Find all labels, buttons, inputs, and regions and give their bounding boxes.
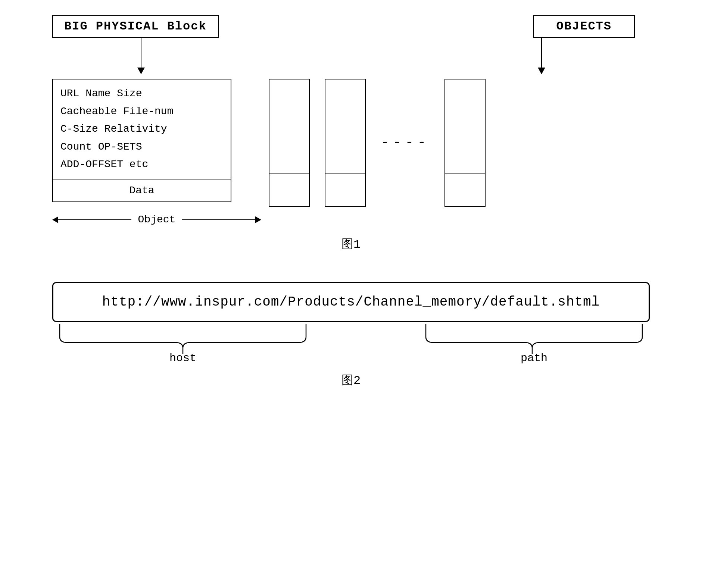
info-line-1: URL Name Size bbox=[60, 85, 223, 103]
url-box: http://www.inspur.com/Products/Channel_m… bbox=[52, 282, 650, 322]
figure1: BIG PHYSICAL Block OBJECTS URL Name Size… bbox=[22, 15, 680, 252]
fig1-arrows-area bbox=[22, 38, 680, 79]
object-label: Object bbox=[131, 214, 182, 225]
obj-column-1 bbox=[269, 79, 310, 207]
fig1-object-columns: ---- bbox=[254, 79, 486, 207]
info-line-3: C-Size Relativity bbox=[60, 120, 223, 138]
arrow-horizontal-line bbox=[58, 219, 131, 220]
brace-row: host path bbox=[22, 322, 680, 365]
obj-col-1-lower bbox=[269, 173, 309, 206]
info-line-5: ADD-OFFSET etc bbox=[60, 156, 223, 173]
obj-col-2-lower bbox=[325, 173, 365, 206]
arrow-left-icon bbox=[52, 216, 58, 223]
fig1-top-row: BIG PHYSICAL Block OBJECTS bbox=[22, 15, 680, 38]
info-box-data: Data bbox=[53, 179, 231, 201]
host-brace-svg bbox=[52, 322, 313, 356]
arrowhead-down-right-icon bbox=[538, 68, 545, 74]
arrow-right-icon bbox=[255, 216, 261, 223]
info-box-header: URL Name Size Cacheable File-num C-Size … bbox=[53, 79, 231, 179]
big-physical-block-label: BIG PHYSICAL Block bbox=[52, 15, 219, 38]
dots-separator: ---- bbox=[381, 79, 430, 206]
obj-column-2 bbox=[325, 79, 366, 207]
info-line-2: Cacheable File-num bbox=[60, 103, 223, 121]
host-brace-section: host bbox=[52, 322, 313, 365]
info-line-4: Count OP-SETS bbox=[60, 138, 223, 156]
fig2-caption: 图2 bbox=[22, 372, 680, 388]
figure2: http://www.inspur.com/Products/Channel_m… bbox=[22, 282, 680, 388]
fig1-main-content: URL Name Size Cacheable File-num C-Size … bbox=[22, 79, 680, 207]
obj-col-3-upper bbox=[445, 79, 485, 173]
obj-column-3 bbox=[444, 79, 486, 207]
obj-col-1-upper bbox=[269, 79, 309, 173]
arrow-vline bbox=[141, 38, 141, 68]
path-brace-svg bbox=[418, 322, 650, 356]
objects-label: OBJECTS bbox=[533, 15, 635, 38]
path-brace-section: path bbox=[418, 322, 650, 365]
arrow-big-to-info bbox=[137, 38, 145, 74]
double-headed-arrow: Object bbox=[52, 214, 261, 225]
object-arrow-label-row: Object bbox=[22, 207, 680, 232]
arrow-vline-right bbox=[541, 38, 542, 68]
info-box: URL Name Size Cacheable File-num C-Size … bbox=[52, 79, 231, 202]
path-label: path bbox=[521, 352, 547, 365]
obj-col-2-upper bbox=[325, 79, 365, 173]
fig1-caption: 图1 bbox=[22, 236, 680, 252]
arrow-objects-to-cols bbox=[538, 38, 545, 74]
host-label: host bbox=[169, 352, 196, 365]
arrowhead-down-icon bbox=[137, 68, 145, 74]
arrow-horizontal-line-right bbox=[182, 219, 255, 220]
obj-col-3-lower bbox=[445, 173, 485, 206]
